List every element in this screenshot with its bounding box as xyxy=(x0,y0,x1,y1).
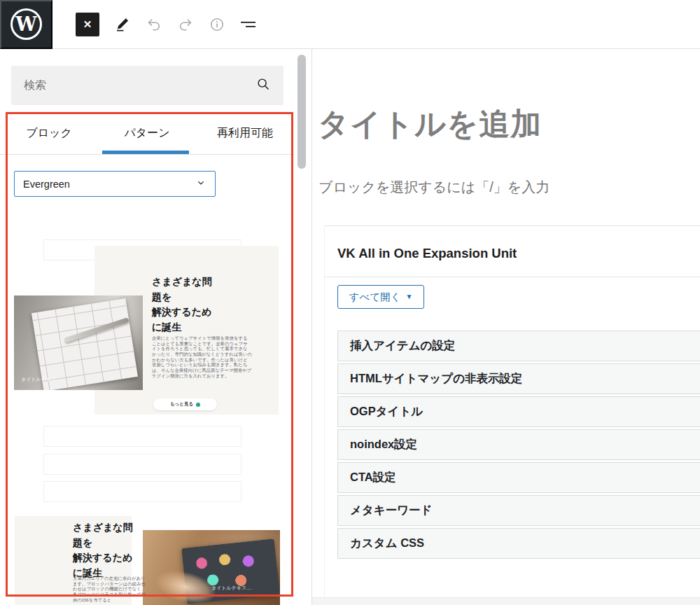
block-appender-placeholder[interactable]: ブロックを選択するには「/」を入力 xyxy=(318,178,550,197)
accordion-row-custom-css[interactable]: カスタム CSS xyxy=(337,528,700,559)
info-button[interactable] xyxy=(209,16,225,33)
pattern-heading: さまざまな問 題を 解決するため に誕生 xyxy=(73,520,150,581)
more-button-label: もっと見る xyxy=(170,401,193,408)
accordion-row-cta[interactable]: CTA設定 xyxy=(337,462,700,493)
search-icon xyxy=(255,76,271,95)
block-inserter-sidebar: ブロック パターン 再利用可能 Evergreen さまざまな問 題を 解決する… xyxy=(0,49,312,605)
pattern-image-caption: タイトルテキス… xyxy=(21,376,61,383)
wordpress-logo-button[interactable]: W xyxy=(0,0,52,49)
block-inserter-toggle-button[interactable]: ✕ xyxy=(76,13,99,36)
expand-all-button[interactable]: すべて開く ▼ xyxy=(337,285,424,309)
pattern-image-tablet: タイトルテキス… xyxy=(143,530,280,605)
edit-tool-button[interactable] xyxy=(114,16,131,33)
pattern-category-select[interactable]: Evergreen xyxy=(14,171,216,197)
search-input[interactable] xyxy=(24,79,255,92)
expand-all-label: すべて開く xyxy=(349,291,401,304)
undo-icon xyxy=(146,16,162,33)
accordion-row-meta-keywords[interactable]: メタキーワード xyxy=(337,495,700,526)
selected-category-label: Evergreen xyxy=(23,179,195,190)
inserter-tabs: ブロック パターン 再利用可能 xyxy=(0,112,294,155)
info-icon xyxy=(209,16,225,33)
chevron-down-icon xyxy=(195,177,206,190)
tab-reusable[interactable]: 再利用可能 xyxy=(196,112,294,154)
caret-down-icon: ▼ xyxy=(405,293,412,300)
pencil-icon xyxy=(114,16,131,33)
pattern-search-box xyxy=(11,66,284,105)
wordpress-logo-icon: W xyxy=(10,8,42,40)
post-title-input[interactable]: タイトルを追加 xyxy=(318,104,542,145)
sidebar-scrollbar-thumb[interactable] xyxy=(298,55,306,169)
pattern-image-notebook: タイトルテキス… xyxy=(14,295,143,390)
pattern-placeholder-box xyxy=(43,454,241,475)
editor-window: W ✕ xyxy=(0,0,700,605)
redo-icon xyxy=(177,16,194,33)
pattern-placeholder-box xyxy=(43,426,241,447)
undo-button[interactable] xyxy=(146,16,162,33)
tab-blocks[interactable]: ブロック xyxy=(0,112,98,154)
tab-patterns[interactable]: パターン xyxy=(98,112,196,154)
editor-canvas: タイトルを追加 ブロックを選択するには「/」を入力 VK All in One … xyxy=(312,49,700,605)
vk-accordion-list: 挿入アイテムの設定 HTMLサイトマップの非表示設定 OGPタイトル noind… xyxy=(337,331,700,561)
pattern-heading: さまざまな問 題を 解決するため に誕生 xyxy=(152,274,251,335)
accordion-row-html-sitemap[interactable]: HTMLサイトマップの非表示設定 xyxy=(337,363,700,394)
vk-panel-title: VK All in One Expansion Unit xyxy=(337,246,517,261)
redo-button[interactable] xyxy=(177,16,194,33)
list-view-button[interactable] xyxy=(240,16,257,33)
accordion-row-noindex[interactable]: noindex設定 xyxy=(337,429,700,460)
close-icon: ✕ xyxy=(83,18,92,31)
pattern-body-text: 企業にとってウェブサイトで情報を発信をすることはとても重要なことです。企業のウェ… xyxy=(152,335,252,378)
arrow-circle-icon xyxy=(196,403,200,407)
list-view-icon xyxy=(239,16,258,33)
top-toolbar: W ✕ xyxy=(0,0,700,49)
pattern-body-text: 文章入力エリアの左右に余白があります。ブロックパターンはの組み合わせはブロックの… xyxy=(73,576,147,602)
pattern-more-button: もっと見る xyxy=(153,398,217,410)
pattern-placeholder-box xyxy=(43,481,241,502)
divider xyxy=(325,277,700,277)
canvas-bottom-edge xyxy=(312,597,700,605)
accordion-row-insert-items[interactable]: 挿入アイテムの設定 xyxy=(337,331,700,361)
pattern-image-caption: タイトルテキス… xyxy=(211,585,251,592)
divider xyxy=(325,225,700,226)
content-edge-line xyxy=(324,226,325,597)
accordion-row-ogp-title[interactable]: OGPタイトル xyxy=(337,396,700,427)
